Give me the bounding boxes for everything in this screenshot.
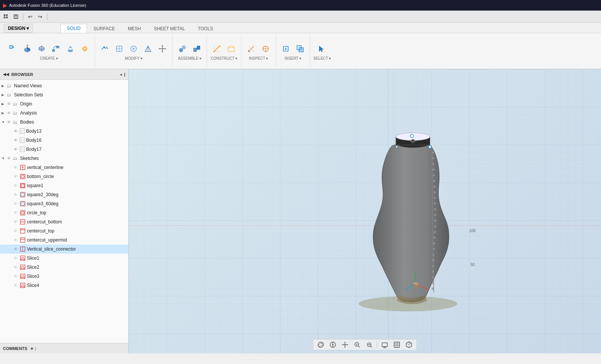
- loft-tool[interactable]: [64, 42, 77, 56]
- tree-item-slice2[interactable]: 👁 Slice2: [0, 263, 128, 272]
- slice4-visibility[interactable]: 👁: [14, 283, 20, 288]
- sketches-chevron[interactable]: ▼: [2, 156, 7, 160]
- tree-item-centercut-top[interactable]: 👁 centercut_top: [0, 226, 128, 235]
- tree-item-analysis[interactable]: ▶ 👁 🗂 Analysis: [0, 108, 128, 118]
- circle-top-visibility[interactable]: 👁: [14, 211, 20, 215]
- comments-add-btn[interactable]: +: [30, 345, 33, 352]
- select-label[interactable]: SELECT ▾: [313, 56, 331, 60]
- orbit-btn[interactable]: [316, 340, 326, 349]
- construct-tool-1[interactable]: [210, 42, 224, 56]
- revolve-tool[interactable]: [35, 42, 48, 56]
- square3-60deg-visibility[interactable]: 👁: [14, 201, 20, 206]
- insert-tool-2[interactable]: [293, 42, 307, 56]
- tree-item-selection-sets[interactable]: ▶ 🗂 Selection Sets: [0, 90, 128, 99]
- tree-item-circle-top[interactable]: 👁 circle_top: [0, 208, 128, 217]
- sweep-tool[interactable]: [49, 42, 63, 56]
- bodies-visibility[interactable]: 👁: [7, 120, 13, 124]
- body17-visibility[interactable]: 👁: [14, 147, 20, 152]
- new-component-tool[interactable]: [6, 42, 20, 56]
- analysis-visibility[interactable]: 👁: [7, 111, 13, 115]
- analysis-chevron[interactable]: ▶: [2, 111, 7, 115]
- joint-tool[interactable]: [176, 42, 189, 56]
- look-at-btn[interactable]: [328, 340, 338, 349]
- inspect-label[interactable]: INSPECT ▾: [249, 56, 268, 60]
- slice3-visibility[interactable]: 👁: [14, 274, 20, 279]
- fit-btn[interactable]: [364, 340, 375, 349]
- origin-visibility[interactable]: 👁: [7, 102, 13, 106]
- vertical-centerline-visibility[interactable]: 👁: [14, 165, 20, 170]
- viewport[interactable]: 50 100: [129, 69, 601, 353]
- modify-tool-1[interactable]: [98, 42, 112, 56]
- sketches-visibility[interactable]: 👁: [7, 156, 13, 161]
- tree-item-square1[interactable]: 👁 square1: [0, 181, 128, 190]
- modify-tool-4[interactable]: [141, 42, 155, 56]
- tree-item-centercut-bottom[interactable]: 👁 centercut_bottom: [0, 217, 128, 226]
- tree-item-origin[interactable]: ▶ 👁 🗂 Origin: [0, 99, 128, 108]
- grid-btn[interactable]: [2, 12, 11, 21]
- square2-30deg-visibility[interactable]: 👁: [14, 192, 20, 197]
- insert-label[interactable]: INSERT ▾: [285, 56, 301, 60]
- create-label[interactable]: CREATE ▾: [40, 56, 58, 60]
- tree-item-vertical-slice-connector[interactable]: 👁 Vertical_slice_connector: [0, 245, 128, 254]
- body16-visibility[interactable]: 👁: [14, 138, 20, 143]
- design-button[interactable]: DESIGN ▾: [4, 24, 33, 33]
- tree-item-vertical-centerline[interactable]: 👁 vertical_centerline: [0, 163, 128, 172]
- tree-item-slice3[interactable]: 👁 Slice3: [0, 272, 128, 281]
- viewcube-btn[interactable]: [404, 340, 414, 349]
- origin-chevron[interactable]: ▶: [2, 102, 7, 106]
- bodies-chevron[interactable]: ▼: [2, 120, 7, 124]
- inspect-tool-2[interactable]: [259, 42, 272, 56]
- extrude-tool[interactable]: [20, 42, 34, 56]
- tree-item-slice1[interactable]: 👁 Slice1: [0, 254, 128, 263]
- bottom-circle-visibility[interactable]: 👁: [14, 174, 20, 179]
- tab-tools[interactable]: TOOLS: [192, 24, 220, 33]
- tree-item-slice4[interactable]: 👁 Slice4: [0, 281, 128, 290]
- slice1-visibility[interactable]: 👁: [14, 256, 20, 260]
- grid-display-btn[interactable]: [392, 340, 402, 349]
- modify-tool-3[interactable]: [127, 42, 140, 56]
- construct-label[interactable]: CONSTRUCT ▾: [211, 56, 237, 60]
- modify-label[interactable]: MODIFY ▾: [125, 56, 142, 60]
- display-mode-btn[interactable]: [380, 340, 390, 349]
- redo-btn[interactable]: ↪: [36, 12, 45, 21]
- tree-item-centercut-uppermid[interactable]: 👁 centercut_uppermid: [0, 235, 128, 245]
- tree-item-named-views[interactable]: ▶ 🗂 Named Views: [0, 81, 128, 90]
- browser-collapse[interactable]: ◀◀: [3, 72, 9, 76]
- assemble-tool-2[interactable]: [190, 42, 204, 56]
- tree-item-sketches[interactable]: ▼ 👁 🗂 Sketches: [0, 154, 128, 163]
- body13-visibility[interactable]: 👁: [14, 129, 20, 133]
- browser-options[interactable]: ●: [120, 72, 123, 77]
- select-tool[interactable]: [315, 42, 329, 56]
- special-tool[interactable]: [78, 42, 92, 56]
- tree-item-bodies[interactable]: ▼ 👁 🗂 Bodies: [0, 118, 128, 127]
- assemble-label[interactable]: ASSEMBLE ▾: [178, 56, 201, 60]
- centercut-bottom-visibility[interactable]: 👁: [14, 220, 20, 224]
- square1-visibility[interactable]: 👁: [14, 183, 20, 188]
- tree-item-square3-60deg[interactable]: 👁 square3_60deg: [0, 199, 128, 208]
- slice2-visibility[interactable]: 👁: [14, 265, 20, 270]
- pan-btn[interactable]: [340, 340, 350, 349]
- move-tool[interactable]: [156, 42, 169, 56]
- zoom-btn[interactable]: [352, 340, 363, 349]
- measure-tool[interactable]: [244, 42, 258, 56]
- named-views-chevron[interactable]: ▶: [2, 84, 7, 88]
- construct-tool-2[interactable]: [224, 42, 238, 56]
- vertical-slice-connector-visibility[interactable]: 👁: [14, 247, 20, 251]
- centercut-uppermid-visibility[interactable]: 👁: [14, 238, 20, 242]
- tab-sheet-metal[interactable]: SHEET METAL: [147, 24, 191, 33]
- tree-item-body17[interactable]: 👁 □ Body17: [0, 145, 128, 154]
- selection-sets-chevron[interactable]: ▶: [2, 93, 7, 97]
- tab-solid[interactable]: SOLID: [61, 24, 87, 33]
- centercut-top-visibility[interactable]: 👁: [14, 229, 20, 233]
- save-btn[interactable]: [11, 12, 20, 21]
- insert-tool-1[interactable]: [279, 42, 293, 56]
- tab-surface[interactable]: SURFACE: [87, 24, 121, 33]
- tree-item-body13[interactable]: 👁 □ Body13: [0, 127, 128, 136]
- tree-item-body16[interactable]: 👁 □ Body16: [0, 136, 128, 145]
- modify-tool-2[interactable]: [112, 42, 126, 56]
- tab-mesh[interactable]: MESH: [121, 24, 148, 33]
- tree-item-bottom-circle[interactable]: 👁 bottom_circle: [0, 172, 128, 181]
- undo-btn[interactable]: ↩: [26, 12, 35, 21]
- tree-item-square2-30deg[interactable]: 👁 square2_30deg: [0, 190, 128, 199]
- browser-pin[interactable]: |: [124, 72, 125, 77]
